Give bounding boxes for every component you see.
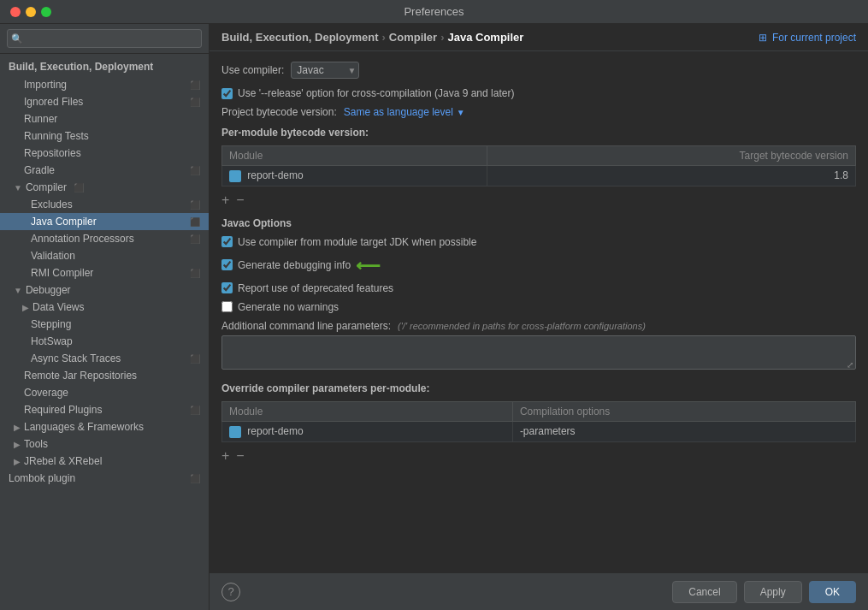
sidebar-item-required-plugins[interactable]: Required Plugins ⬛ (0, 401, 209, 418)
sidebar-item-running-tests[interactable]: Running Tests (0, 127, 209, 145)
external-icon: ⬛ (190, 80, 200, 90)
deprecated-label: Report use of deprecated features (238, 282, 393, 294)
breadcrumb-sep2: › (440, 31, 444, 44)
sidebar-item-remote-jar[interactable]: Remote Jar Repositories (0, 367, 209, 384)
javac-option-3: Report use of deprecated features (221, 282, 856, 294)
sidebar-item-lombok[interactable]: Lombok plugin ⬛ (0, 470, 209, 487)
params-textarea[interactable] (221, 335, 856, 370)
override-row: report-demo -parameters (222, 421, 856, 441)
sidebar-item-validation[interactable]: Validation (0, 247, 209, 264)
sidebar-item-java-compiler[interactable]: Java Compiler ⬛ (0, 213, 209, 230)
override-table: Module Compilation options report-demo -… (221, 401, 856, 442)
sidebar-item-rmi-compiler[interactable]: RMI Compiler ⬛ (0, 264, 209, 281)
module-table-actions: + − (221, 193, 856, 207)
version-cell: 1.8 (487, 166, 855, 187)
sidebar-section-build[interactable]: Build, Execution, Deployment (0, 57, 209, 76)
gen-debug-checkbox[interactable] (221, 259, 233, 270)
external-icon: ⬛ (190, 166, 200, 175)
sidebar-item-importing[interactable]: Importing ⬛ (0, 76, 209, 93)
compiler-select[interactable]: Javac (291, 62, 359, 79)
per-module-label: Per-module bytecode version: (221, 127, 856, 139)
cross-compile-label: Use '--release' option for cross-compila… (238, 87, 514, 99)
table-row: report-demo 1.8 (222, 166, 856, 187)
help-button[interactable]: ? (221, 583, 240, 601)
content-area: Build, Execution, Deployment › Compiler … (210, 24, 868, 610)
javac-option-2: Generate debugging info ⟵ (221, 255, 856, 275)
use-compiler-label: Use compiler from module target JDK when… (238, 236, 476, 248)
bottom-actions: Cancel Apply OK (672, 581, 856, 603)
search-box: 🔍 (0, 24, 209, 54)
additional-params-row: Additional command line parameters: ('/'… (221, 320, 856, 332)
content-header: Build, Execution, Deployment › Compiler … (210, 24, 868, 51)
sidebar-item-gradle[interactable]: Gradle ⬛ (0, 162, 209, 179)
external-icon: ⬛ (190, 200, 200, 210)
cancel-button[interactable]: Cancel (672, 581, 736, 603)
bytecode-value: Same as language level (344, 106, 453, 118)
breadcrumb-part3: Java Compiler (448, 31, 524, 44)
sidebar-item-runner[interactable]: Runner (0, 110, 209, 127)
maximize-button[interactable] (41, 7, 51, 17)
sidebar-item-repositories[interactable]: Repositories (0, 145, 209, 162)
sidebar-item-stepping[interactable]: Stepping (0, 316, 209, 333)
use-compiler-checkbox[interactable] (221, 236, 233, 247)
expand-icon: ▶ (14, 440, 21, 449)
table-col-version: Target bytecode version (487, 146, 855, 166)
external-icon: ⬛ (190, 474, 200, 483)
sidebar-item-languages[interactable]: ▶ Languages & Frameworks (0, 418, 209, 435)
compiler-select-wrapper: Javac ▼ (291, 62, 359, 79)
external-icon: ⬛ (190, 269, 200, 278)
remove-module-button[interactable]: − (236, 193, 244, 207)
override-col-options: Compilation options (512, 401, 855, 421)
project-link-icon: ⊞ (759, 32, 767, 44)
sidebar-item-data-views[interactable]: ▶ Data Views (0, 299, 209, 316)
project-link-label: For current project (772, 32, 856, 44)
sidebar-item-debugger[interactable]: ▼ Debugger (0, 281, 209, 299)
deprecated-checkbox[interactable] (221, 282, 233, 293)
apply-button[interactable]: Apply (744, 581, 802, 603)
bytecode-row: Project bytecode version: Same as langua… (221, 106, 856, 118)
external-icon: ⬛ (190, 234, 200, 244)
expand-icon: ▶ (22, 303, 29, 312)
sidebar-item-async-stack-traces[interactable]: Async Stack Traces ⬛ (0, 350, 209, 367)
window-controls[interactable] (10, 7, 51, 17)
additional-params-label: Additional command line parameters: (221, 320, 391, 332)
override-title: Override compiler parameters per-module: (221, 382, 856, 394)
javac-options-title: Javac Options (221, 217, 856, 229)
table-col-module: Module (222, 146, 487, 166)
breadcrumb-part1: Build, Execution, Deployment (221, 31, 378, 44)
bottom-bar: ? Cancel Apply OK (210, 572, 868, 610)
sidebar-item-annotation-processors[interactable]: Annotation Processors ⬛ (0, 230, 209, 247)
add-module-button[interactable]: + (221, 193, 229, 207)
close-button[interactable] (10, 7, 21, 17)
cross-compile-checkbox[interactable] (221, 88, 233, 99)
main-layout: 🔍 Build, Execution, Deployment Importing… (0, 24, 868, 610)
add-override-button[interactable]: + (221, 449, 229, 463)
project-link[interactable]: ⊞ For current project (759, 32, 856, 44)
expand-textarea-icon[interactable]: ⤢ (847, 360, 853, 370)
external-icon: ⬛ (190, 98, 200, 107)
external-icon: ⬛ (190, 217, 200, 227)
sidebar-item-hotswap[interactable]: HotSwap (0, 333, 209, 350)
sidebar-item-compiler[interactable]: ▼ Compiler ⬛ (0, 179, 209, 196)
remove-override-button[interactable]: − (236, 449, 244, 463)
cross-compile-row: Use '--release' option for cross-compila… (221, 87, 856, 99)
params-textarea-wrapper: ⤢ (221, 335, 856, 372)
javac-option-1: Use compiler from module target JDK when… (221, 236, 856, 248)
bytecode-dropdown[interactable]: Same as language level ▼ (344, 106, 465, 118)
minimize-button[interactable] (26, 7, 36, 17)
sidebar-item-jrebel[interactable]: ▶ JRebel & XRebel (0, 453, 209, 470)
search-input[interactable] (7, 29, 202, 48)
module-cell: report-demo (222, 166, 487, 187)
expand-icon: ▼ (14, 183, 22, 192)
ok-button[interactable]: OK (809, 581, 856, 603)
sidebar-item-excludes[interactable]: Excludes ⬛ (0, 196, 209, 213)
no-warnings-checkbox[interactable] (221, 301, 233, 312)
sidebar-item-ignored-files[interactable]: Ignored Files ⬛ (0, 93, 209, 110)
bytecode-label: Project bytecode version: (221, 106, 337, 118)
module-icon-2 (229, 426, 241, 438)
sidebar-item-tools[interactable]: ▶ Tools (0, 435, 209, 453)
expand-icon: ▶ (14, 457, 21, 466)
window-title: Preferences (404, 5, 464, 18)
sidebar-item-coverage[interactable]: Coverage (0, 384, 209, 401)
override-module-cell: report-demo (222, 421, 513, 441)
